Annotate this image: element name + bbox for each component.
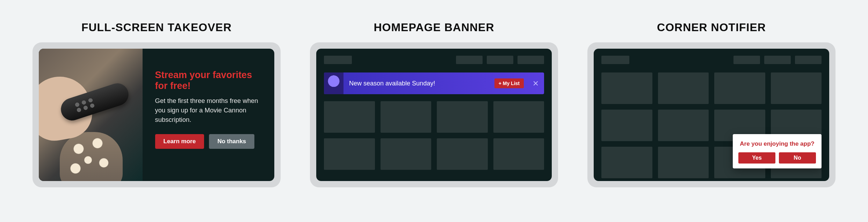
takeover-body-text: Get the first three months free when you… bbox=[155, 96, 260, 124]
corner-notifier-card: Are you enjoying the app? Yes No bbox=[733, 134, 822, 168]
tv-logo-placeholder bbox=[601, 56, 629, 64]
content-tile-placeholder bbox=[493, 101, 544, 133]
tv-screen: Are you enjoying the app? Yes No bbox=[594, 49, 829, 181]
content-tile-placeholder bbox=[324, 101, 375, 133]
example-title: HOMEPAGE BANNER bbox=[374, 21, 494, 34]
content-tile-placeholder bbox=[601, 72, 652, 104]
tv-tabs bbox=[456, 56, 544, 64]
takeover-button-row: Learn more No thanks bbox=[155, 134, 260, 149]
tv-tab-placeholder bbox=[795, 56, 822, 64]
content-tile-placeholder bbox=[437, 101, 488, 133]
learn-more-button[interactable]: Learn more bbox=[155, 134, 204, 149]
tv-logo-placeholder bbox=[324, 56, 352, 64]
device-frame: Are you enjoying the app? Yes No bbox=[587, 42, 836, 187]
banner-thumbnail bbox=[324, 72, 343, 94]
device-frame: New season available Sunday! + My List bbox=[310, 42, 558, 187]
corner-notifier-buttons: Yes No bbox=[738, 152, 816, 164]
tv-tab-placeholder bbox=[733, 56, 760, 64]
content-tile-placeholder bbox=[658, 110, 709, 141]
content-tile-placeholder bbox=[381, 101, 432, 133]
tv-topbar bbox=[601, 56, 822, 64]
content-tile-placeholder bbox=[601, 110, 652, 141]
no-thanks-button[interactable]: No thanks bbox=[209, 134, 254, 149]
example-title: FULL-SCREEN TAKEOVER bbox=[81, 21, 232, 34]
tv-tab-placeholder bbox=[518, 56, 544, 64]
content-tile-placeholder bbox=[381, 138, 432, 170]
content-tile-placeholder bbox=[324, 138, 375, 170]
takeover-headline: Stream your favorites for free! bbox=[155, 70, 260, 91]
yes-button[interactable]: Yes bbox=[738, 152, 775, 164]
tv-screen: New season available Sunday! + My List bbox=[316, 49, 552, 181]
tv-topbar bbox=[324, 56, 544, 64]
add-my-list-button[interactable]: + My List bbox=[494, 78, 524, 88]
tv-screen: Stream your favorites for free! Get the … bbox=[39, 49, 274, 181]
tv-tab-placeholder bbox=[456, 56, 483, 64]
takeover-hero-image bbox=[39, 49, 143, 181]
banner-text: New season available Sunday! bbox=[349, 80, 489, 87]
corner-notifier-title: Are you enjoying the app? bbox=[738, 140, 816, 147]
device-frame: Stream your favorites for free! Get the … bbox=[32, 42, 281, 187]
tv-tabs bbox=[733, 56, 822, 64]
takeover-copy-panel: Stream your favorites for free! Get the … bbox=[143, 49, 274, 181]
content-tile-placeholder bbox=[658, 147, 709, 178]
example-title: CORNER NOTIFIER bbox=[657, 21, 766, 34]
content-tile-placeholder bbox=[771, 72, 822, 104]
no-button[interactable]: No bbox=[779, 152, 816, 164]
tv-ui-skeleton: New season available Sunday! + My List bbox=[316, 49, 552, 181]
example-corner-notifier: CORNER NOTIFIER bbox=[587, 21, 836, 187]
tv-tab-placeholder bbox=[764, 56, 791, 64]
content-tile-placeholder bbox=[658, 72, 709, 104]
content-tile-placeholder bbox=[714, 72, 765, 104]
content-tile-placeholder bbox=[493, 138, 544, 170]
fullscreen-takeover-layout: Stream your favorites for free! Get the … bbox=[39, 49, 274, 181]
homepage-banner[interactable]: New season available Sunday! + My List bbox=[324, 72, 544, 94]
example-fullscreen-takeover: FULL-SCREEN TAKEOVER Stream your favorit… bbox=[32, 21, 281, 187]
popcorn-illustration bbox=[60, 132, 123, 181]
content-grid bbox=[324, 101, 544, 170]
content-tile-placeholder bbox=[437, 138, 488, 170]
content-tile-placeholder bbox=[601, 147, 652, 178]
close-icon[interactable] bbox=[533, 81, 538, 86]
example-homepage-banner: HOMEPAGE BANNER New season available Sun… bbox=[310, 21, 558, 187]
tv-tab-placeholder bbox=[487, 56, 513, 64]
